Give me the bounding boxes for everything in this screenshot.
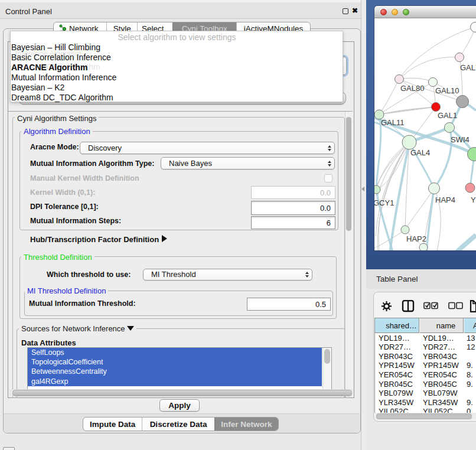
svg-text:GAL1: GAL1: [438, 111, 457, 120]
svg-text:HAP4: HAP4: [435, 195, 455, 204]
svg-text:GAL4: GAL4: [410, 148, 430, 157]
svg-text:GAL80: GAL80: [400, 84, 424, 93]
svg-text:GAL10: GAL10: [435, 86, 459, 95]
svg-text:YJ: YJ: [471, 195, 476, 204]
svg-text:GCY1: GCY1: [374, 198, 394, 207]
svg-text:HAP2: HAP2: [406, 234, 426, 243]
svg-text:GAL7: GAL7: [460, 63, 476, 72]
svg-text:SWI4: SWI4: [451, 135, 470, 144]
svg-text:GAL11: GAL11: [381, 118, 405, 127]
